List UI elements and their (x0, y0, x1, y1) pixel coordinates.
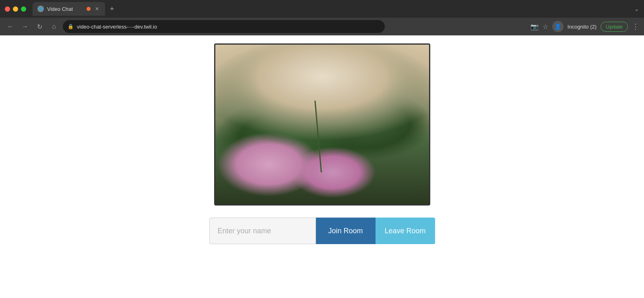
video-preview-container (214, 43, 430, 206)
minimize-window-button[interactable] (13, 6, 18, 12)
browser-window: 🌐 Video Chat ✕ + ⌄ ← → ↻ ⌂ 🔒 video-chat-… (0, 0, 644, 298)
title-bar: 🌐 Video Chat ✕ + ⌄ (0, 0, 644, 18)
reload-button[interactable]: ↻ (34, 21, 45, 32)
tab-label: Video Chat (47, 6, 83, 12)
page-content: Join Room Leave Room (0, 35, 644, 298)
controls-row: Join Room Leave Room (209, 218, 435, 244)
address-bar[interactable]: 🔒 video-chat-serverless-···-dev.twil.io (63, 20, 385, 33)
camera-icon: 📷 (530, 23, 539, 31)
window-controls-right: ⌄ (634, 6, 639, 12)
tab-close-button[interactable]: ✕ (94, 6, 100, 12)
name-input[interactable] (209, 218, 316, 244)
browser-right-controls: 📷 ☆ 👤 Incognito (2) Update ⋮ (530, 21, 639, 32)
incognito-icon: 👤 (552, 21, 564, 32)
bookmark-icon[interactable]: ☆ (543, 23, 548, 31)
recording-indicator (87, 7, 91, 11)
chevron-down-icon: ⌄ (634, 6, 639, 12)
join-room-button[interactable]: Join Room (316, 218, 376, 244)
incognito-label: Incognito (2) (568, 24, 597, 30)
forward-button[interactable]: → (19, 21, 31, 32)
back-button[interactable]: ← (5, 21, 16, 32)
leave-room-button[interactable]: Leave Room (376, 218, 435, 244)
close-window-button[interactable] (5, 6, 10, 12)
lock-icon: 🔒 (68, 24, 74, 29)
tab-favicon: 🌐 (37, 6, 44, 12)
traffic-lights (5, 6, 26, 12)
tab-bar: 🌐 Video Chat ✕ + (33, 2, 631, 16)
home-button[interactable]: ⌂ (48, 21, 60, 32)
url-text: video-chat-serverless-···-dev.twil.io (77, 24, 380, 30)
new-tab-button[interactable]: + (107, 3, 118, 15)
menu-button[interactable]: ⋮ (632, 22, 639, 31)
video-preview (215, 45, 429, 204)
update-button[interactable]: Update (601, 22, 628, 32)
maximize-window-button[interactable] (21, 6, 26, 12)
address-bar-row: ← → ↻ ⌂ 🔒 video-chat-serverless-···-dev.… (0, 18, 644, 35)
active-tab[interactable]: 🌐 Video Chat ✕ (33, 2, 105, 16)
